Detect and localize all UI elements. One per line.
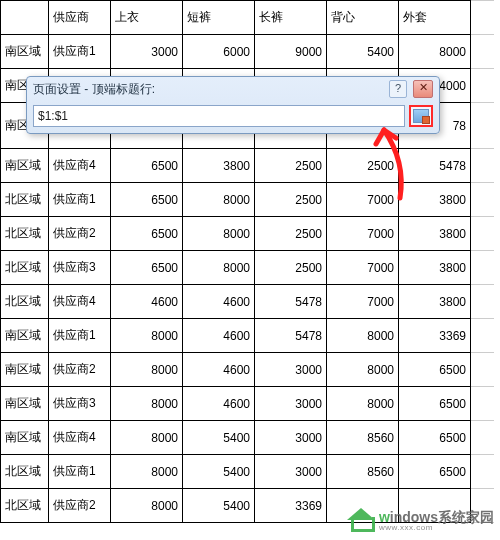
table-row: 北区域供应商265008000250070003800 — [1, 217, 494, 251]
table-row: 北区域供应商365008000250070003800 — [1, 251, 494, 285]
cell-region[interactable]: 南区域 — [1, 353, 49, 387]
col-top: 上衣 — [111, 1, 183, 35]
col-pants: 长裤 — [255, 1, 327, 35]
table-row: 北区域供应商180005400300085606500 — [1, 455, 494, 489]
cell-supplier[interactable]: 供应商2 — [49, 489, 111, 523]
cell-value[interactable]: 3000 — [255, 387, 327, 421]
cell-value[interactable]: 3800 — [399, 251, 471, 285]
cell-value[interactable]: 9000 — [255, 35, 327, 69]
cell-value[interactable]: 5478 — [255, 285, 327, 319]
cell-value[interactable]: 5478 — [255, 319, 327, 353]
col-vest: 背心 — [327, 1, 399, 35]
cell-value[interactable]: 5478 — [399, 149, 471, 183]
cell-region[interactable]: 南区域 — [1, 149, 49, 183]
dialog-help-button[interactable]: ? — [389, 80, 407, 98]
table-row: 南区域供应商280004600300080006500 — [1, 353, 494, 387]
cell-value[interactable]: 2500 — [255, 251, 327, 285]
cell-value[interactable]: 5400 — [183, 489, 255, 523]
watermark: windows系统家园 www.xxx.com — [347, 508, 494, 532]
cell-value[interactable]: 7000 — [327, 217, 399, 251]
cell-value[interactable]: 6500 — [399, 421, 471, 455]
cell-value[interactable]: 4600 — [183, 387, 255, 421]
col-supplier: 供应商 — [49, 1, 111, 35]
cell-supplier[interactable]: 供应商4 — [49, 149, 111, 183]
cell-value[interactable]: 5400 — [183, 421, 255, 455]
cell-value[interactable]: 7000 — [327, 251, 399, 285]
cell-value[interactable]: 3369 — [399, 319, 471, 353]
table-row: 北区域供应商165008000250070003800 — [1, 183, 494, 217]
cell-value[interactable]: 3800 — [399, 285, 471, 319]
cell-value[interactable]: 8000 — [183, 183, 255, 217]
cell-supplier[interactable]: 供应商3 — [49, 387, 111, 421]
cell-supplier[interactable]: 供应商2 — [49, 353, 111, 387]
cell-value[interactable]: 8000 — [399, 35, 471, 69]
cell-value[interactable]: 6500 — [111, 217, 183, 251]
cell-region[interactable]: 南区域 — [1, 387, 49, 421]
cell-value[interactable]: 2500 — [327, 149, 399, 183]
cell-value[interactable]: 4600 — [183, 319, 255, 353]
title-rows-input[interactable] — [33, 105, 405, 127]
cell-value[interactable]: 6500 — [111, 251, 183, 285]
cell-value[interactable]: 2500 — [255, 183, 327, 217]
cell-value[interactable]: 8560 — [327, 455, 399, 489]
dialog-close-button[interactable]: ✕ — [413, 80, 433, 98]
cell-value[interactable]: 8000 — [183, 217, 255, 251]
cell-value[interactable]: 8000 — [327, 387, 399, 421]
cell-value[interactable]: 3000 — [255, 421, 327, 455]
cell-value[interactable]: 3800 — [399, 217, 471, 251]
cell-value[interactable]: 2500 — [255, 149, 327, 183]
cell-supplier[interactable]: 供应商3 — [49, 251, 111, 285]
cell-region[interactable]: 南区域 — [1, 421, 49, 455]
cell-supplier[interactable]: 供应商2 — [49, 217, 111, 251]
cell-value[interactable]: 2500 — [255, 217, 327, 251]
cell-value[interactable]: 8000 — [327, 319, 399, 353]
cell-value[interactable]: 8000 — [111, 489, 183, 523]
cell-value[interactable]: 6000 — [183, 35, 255, 69]
cell-value[interactable]: 8000 — [183, 251, 255, 285]
cell-value[interactable]: 8000 — [111, 455, 183, 489]
table-row: 南区域供应商130006000900054008000 — [1, 35, 494, 69]
cell-supplier[interactable]: 供应商1 — [49, 319, 111, 353]
cell-value[interactable]: 8000 — [111, 387, 183, 421]
cell-value[interactable]: 3000 — [255, 353, 327, 387]
cell-region[interactable]: 南区域 — [1, 319, 49, 353]
cell-region[interactable]: 北区域 — [1, 183, 49, 217]
cell-region[interactable]: 北区域 — [1, 251, 49, 285]
watermark-logo-icon — [347, 508, 375, 532]
cell-value[interactable]: 3800 — [399, 183, 471, 217]
cell-supplier[interactable]: 供应商1 — [49, 183, 111, 217]
cell-value[interactable]: 5400 — [183, 455, 255, 489]
cell-value[interactable]: 6500 — [399, 387, 471, 421]
cell-value[interactable]: 3369 — [255, 489, 327, 523]
cell-supplier[interactable]: 供应商4 — [49, 421, 111, 455]
cell-region[interactable]: 南区域 — [1, 35, 49, 69]
cell-value[interactable]: 8000 — [111, 353, 183, 387]
range-picker-button[interactable] — [409, 105, 433, 127]
cell-value[interactable]: 6500 — [111, 149, 183, 183]
cell-value[interactable]: 7000 — [327, 285, 399, 319]
table-header-row: 供应商 上衣 短裤 长裤 背心 外套 — [1, 1, 494, 35]
cell-value[interactable]: 3800 — [183, 149, 255, 183]
cell-supplier[interactable]: 供应商1 — [49, 455, 111, 489]
cell-value[interactable]: 5400 — [327, 35, 399, 69]
cell-region[interactable]: 北区域 — [1, 489, 49, 523]
cell-value[interactable]: 6500 — [111, 183, 183, 217]
cell-value[interactable]: 3000 — [255, 455, 327, 489]
cell-region[interactable]: 北区域 — [1, 455, 49, 489]
cell-value[interactable]: 4600 — [183, 285, 255, 319]
cell-value[interactable]: 3000 — [111, 35, 183, 69]
cell-supplier[interactable]: 供应商4 — [49, 285, 111, 319]
cell-value[interactable]: 4600 — [111, 285, 183, 319]
cell-value[interactable]: 4600 — [183, 353, 255, 387]
cell-region[interactable]: 北区域 — [1, 285, 49, 319]
cell-value[interactable]: 8560 — [327, 421, 399, 455]
cell-region[interactable]: 北区域 — [1, 217, 49, 251]
cell-value[interactable]: 8000 — [111, 319, 183, 353]
table-row: 南区域供应商480005400300085606500 — [1, 421, 494, 455]
cell-supplier[interactable]: 供应商1 — [49, 35, 111, 69]
cell-value[interactable]: 6500 — [399, 353, 471, 387]
cell-value[interactable]: 7000 — [327, 183, 399, 217]
cell-value[interactable]: 6500 — [399, 455, 471, 489]
cell-value[interactable]: 8000 — [111, 421, 183, 455]
cell-value[interactable]: 8000 — [327, 353, 399, 387]
